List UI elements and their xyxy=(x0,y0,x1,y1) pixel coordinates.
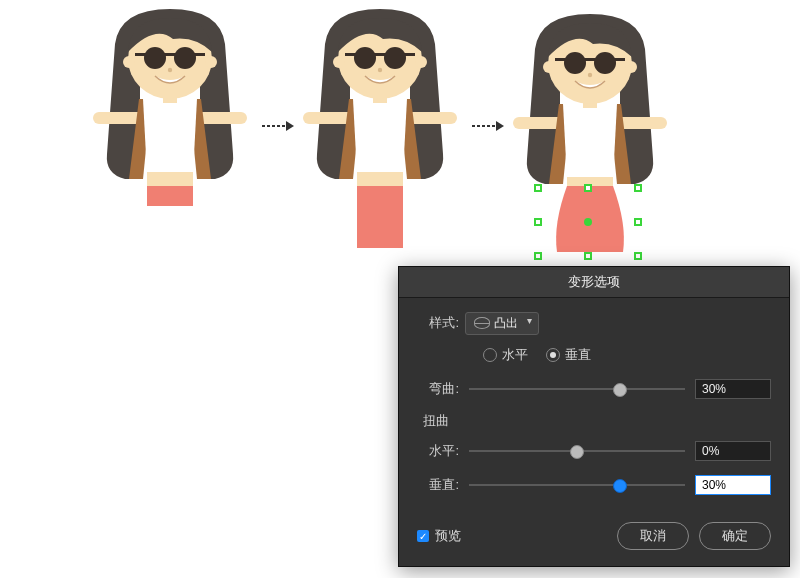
check-icon: ✓ xyxy=(417,530,429,542)
distort-v-slider[interactable] xyxy=(469,484,685,486)
orientation-vertical-radio[interactable]: 垂直 xyxy=(546,346,591,364)
warp-options-dialog: 变形选项 样式: 凸出 水平 垂直 弯曲: 30% 扭曲 xyxy=(398,266,790,567)
bend-value-input[interactable]: 30% xyxy=(695,379,771,399)
style-label: 样式: xyxy=(417,314,459,332)
radio-icon xyxy=(546,348,560,362)
preview-checkbox[interactable]: ✓ 预览 xyxy=(417,527,461,545)
svg-rect-10 xyxy=(147,186,193,206)
distort-h-value-input[interactable]: 0% xyxy=(695,441,771,461)
ok-button[interactable]: 确定 xyxy=(699,522,771,550)
arrow-icon xyxy=(470,112,506,140)
cancel-button[interactable]: 取消 xyxy=(617,522,689,550)
distort-v-label: 垂直: xyxy=(417,476,459,494)
character-stage-3 xyxy=(505,4,675,254)
dialog-title: 变形选项 xyxy=(399,267,789,298)
bend-slider[interactable] xyxy=(469,388,685,390)
distort-v-value-input[interactable]: 30% xyxy=(695,475,771,495)
orientation-horizontal-radio[interactable]: 水平 xyxy=(483,346,528,364)
svg-rect-11 xyxy=(357,186,403,248)
distort-h-slider[interactable] xyxy=(469,450,685,452)
distort-section-label: 扭曲 xyxy=(423,412,771,430)
character-stage-1 xyxy=(85,4,255,254)
style-select[interactable]: 凸出 xyxy=(465,312,539,335)
arrow-icon xyxy=(260,112,296,140)
distort-h-label: 水平: xyxy=(417,442,459,460)
bend-label: 弯曲: xyxy=(417,380,459,398)
bulge-icon xyxy=(474,317,490,329)
character-stage-2 xyxy=(295,4,465,254)
radio-icon xyxy=(483,348,497,362)
